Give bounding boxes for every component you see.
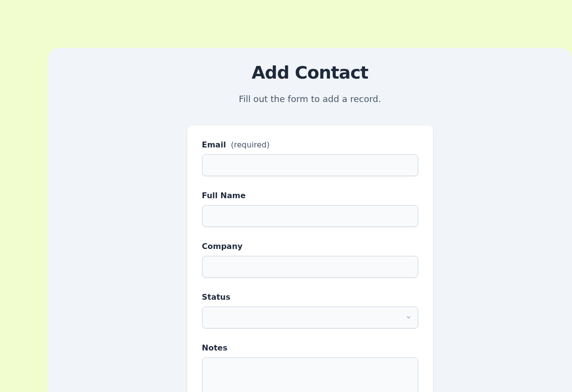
page-title: Add Contact	[134, 62, 486, 84]
full-name-input[interactable]	[202, 205, 418, 227]
required-indicator: (required)	[231, 140, 270, 149]
email-label: Email	[202, 140, 226, 149]
status-select[interactable]	[202, 307, 418, 329]
field-label-wrapper: Email (required)	[202, 140, 418, 149]
field-label-wrapper: Company	[202, 242, 418, 251]
notes-textarea[interactable]	[202, 357, 418, 392]
field-full-name: Full Name	[202, 191, 418, 227]
company-input[interactable]	[202, 256, 418, 278]
field-label-wrapper: Notes	[202, 343, 418, 352]
full-name-label: Full Name	[202, 191, 246, 200]
page-subtitle: Fill out the form to add a record.	[134, 92, 486, 106]
email-input[interactable]	[202, 154, 418, 176]
notes-label: Notes	[202, 343, 227, 352]
main-container: Add Contact Fill out the form to add a r…	[48, 48, 572, 392]
select-wrapper	[202, 307, 418, 329]
field-label-wrapper: Full Name	[202, 191, 418, 200]
company-label: Company	[202, 242, 243, 251]
field-company: Company	[202, 242, 418, 278]
field-email: Email (required)	[202, 140, 418, 176]
field-label-wrapper: Status	[202, 292, 418, 302]
content-wrapper: Add Contact Fill out the form to add a r…	[134, 62, 486, 392]
field-notes: Notes	[202, 343, 418, 392]
field-status: Status	[202, 292, 418, 329]
status-label: Status	[202, 292, 231, 302]
form-card: Email (required) Full Name Company	[187, 125, 433, 392]
